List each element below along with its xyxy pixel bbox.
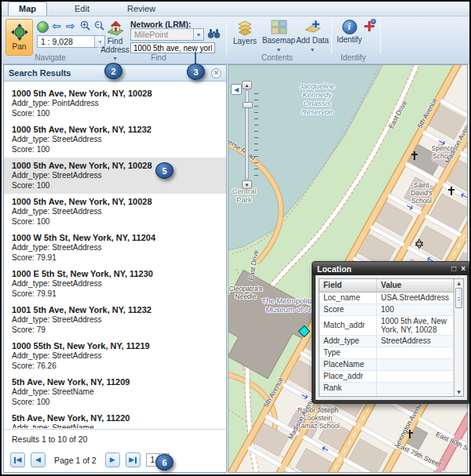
result-item[interactable]: 1000 5th Ave, New York, NY, 10028 Addr_t… — [4, 85, 226, 122]
find-group-label: Find — [126, 53, 192, 62]
find-address-dropdown-arrow[interactable]: ▾ — [113, 55, 116, 62]
identify-button[interactable]: i Identify — [334, 20, 364, 45]
result-score: Score: 100 — [12, 398, 218, 408]
table-row: Rank — [319, 382, 454, 394]
tab-edit[interactable]: Edit — [64, 2, 100, 16]
last-page-button[interactable]: ▶ — [126, 452, 141, 467]
add-data-button[interactable]: Add Data ▾ — [295, 20, 330, 53]
ribbon: Pan ⇦ ⇨ 1 : 9,028 ▾ Navigate — [2, 16, 469, 64]
result-item[interactable]: 1000 W 5th St, New York, NY, 11204 Addr_… — [4, 230, 226, 266]
result-addr-type: Addr_type: StreetAddress — [12, 279, 218, 289]
zoom-slider-thumb[interactable] — [243, 102, 253, 108]
app-window: Map Edit Review Pan ⇦ ⇨ — [0, 0, 471, 476]
result-item[interactable]: 1000 5th Ave, New York, NY, 11232 Addr_t… — [4, 122, 226, 158]
result-item[interactable]: 1001 5th Ave, New York, NY, 11232 Addr_t… — [4, 302, 226, 338]
result-address: 1000 5th Ave, New York, NY, 10028 — [12, 89, 218, 98]
result-item[interactable]: 5th Ave, New York, NY, 11209 Addr_type: … — [4, 374, 226, 410]
zoom-slider-up-button[interactable]: ▲ — [242, 81, 252, 89]
zoom-slider-track[interactable] — [245, 90, 249, 180]
identify-route-icon[interactable] — [364, 21, 374, 31]
find-address-label: Find Address — [100, 38, 130, 54]
basemap-label: Basemap — [262, 37, 295, 45]
identify-icon: i — [342, 20, 357, 35]
network-dropdown-arrow: ▾ — [193, 29, 203, 40]
location-popup-titlebar[interactable]: Location □ × — [312, 262, 470, 275]
collapse-panel-button[interactable]: ◀ — [231, 84, 242, 95]
info-dot-icon — [371, 19, 376, 24]
previous-extent-button[interactable]: ⇦ — [52, 20, 61, 31]
result-score: Score: 79.91 — [12, 289, 218, 300]
pagination-bar: ◀ ◀ Page 1 of 2 ▶ ▶ 1 ▾ — [10, 452, 170, 467]
address-search-input[interactable] — [130, 42, 215, 53]
result-item[interactable]: 1000 E 5th St, New York, NY, 11230 Addr_… — [4, 266, 226, 302]
table-row: Place_addr — [319, 370, 454, 382]
pan-globe-icon — [11, 24, 28, 41]
find-address-house-icon — [106, 19, 125, 36]
add-data-label: Add Data — [296, 37, 329, 45]
popup-scrollbar[interactable]: ▲ ▼ — [454, 279, 463, 396]
next-extent-button[interactable]: ⇨ — [66, 20, 75, 31]
layers-button[interactable]: Layers — [230, 20, 260, 46]
result-addr-type: Addr_type: PointAddress — [12, 99, 218, 109]
basemap-button[interactable]: Basemap ▾ — [261, 20, 296, 53]
tab-map[interactable]: Map — [8, 2, 47, 16]
result-score: Score: 100 — [12, 217, 218, 227]
result-address: 1000 5th Ave, New York, NY, 11232 — [12, 125, 218, 134]
add-data-dropdown-arrow[interactable]: ▾ — [311, 46, 314, 53]
tab-review[interactable]: Review — [117, 2, 166, 16]
zoom-in-icon — [80, 20, 91, 31]
close-panel-icon[interactable]: ✕ — [211, 68, 221, 78]
result-addr-type: Addr_type: StreetAddress — [12, 351, 218, 362]
next-page-button[interactable]: ▶ — [105, 452, 120, 467]
table-row: Addr_typeStreetAddress — [319, 335, 454, 347]
zoom-slider-down-button[interactable]: ▼ — [242, 180, 252, 189]
pager-divider — [4, 429, 226, 430]
close-icon[interactable]: × — [461, 265, 466, 273]
result-addr-type: Addr_type: StreetAddress — [12, 243, 218, 253]
previous-page-button[interactable]: ◀ — [31, 452, 46, 467]
table-row: Loc_nameUSA.StreetAddress — [319, 292, 454, 303]
ribbon-tab-bar: Map Edit Review — [2, 2, 469, 16]
results-list: 1000 5th Ave, New York, NY, 10028 Addr_t… — [4, 82, 226, 428]
result-addr-type: Addr_type: StreetAddress — [12, 315, 218, 325]
page-label: Page 1 of 2 — [54, 456, 97, 465]
value-column-header: Value — [377, 279, 454, 292]
full-extent-button[interactable] — [37, 21, 49, 33]
scroll-up-icon[interactable]: ▲ — [455, 279, 463, 287]
result-score: Score: 100 — [12, 181, 218, 191]
globe-icon — [37, 21, 49, 33]
result-address: 1000 E 5th St, New York, NY, 11230 — [12, 269, 218, 278]
layers-icon — [236, 20, 254, 36]
find-address-button[interactable]: Find Address ▾ — [101, 19, 129, 62]
callout-badge-3: 3 — [187, 64, 205, 80]
result-address: 1000 55th St, New York, NY, 11219 — [12, 341, 218, 351]
result-score: Score: 79.91 — [12, 253, 218, 263]
group-separator — [99, 20, 100, 54]
network-value: MilePoint — [131, 29, 193, 40]
callout-badge-5: 5 — [155, 162, 173, 179]
scroll-down-icon[interactable]: ▼ — [455, 388, 463, 396]
result-score: Score: 100 — [12, 145, 218, 155]
navigate-group-label: Navigate — [17, 53, 83, 62]
pan-button[interactable]: Pan — [5, 19, 33, 56]
identify-group-label: Identify — [320, 53, 386, 62]
location-popup-title: Location — [317, 264, 447, 274]
group-separator — [380, 20, 381, 54]
basemap-icon — [271, 20, 287, 35]
results-summary: Results 1 to 10 of 20 — [12, 434, 87, 444]
search-results-panel: Search Results ✕ 1000 5th Ave, New York,… — [3, 64, 227, 473]
result-item-selected[interactable]: 1000 5th Ave, New York, NY, 10028 Addr_t… — [4, 158, 226, 194]
add-data-icon — [304, 20, 322, 35]
result-addr-type: Addr_type: StreetAddress — [12, 207, 218, 217]
scrollbar-thumb[interactable] — [455, 288, 462, 308]
result-item[interactable]: 1000 5th Ave, New York, NY, 10028 Addr_t… — [4, 194, 226, 230]
zoom-in-button[interactable] — [80, 20, 91, 31]
find-button[interactable] — [207, 28, 221, 39]
first-page-button[interactable]: ◀ — [10, 452, 25, 467]
forward-arrow-icon: ⇨ — [66, 20, 75, 31]
result-item[interactable]: 5th Ave, New York, NY, 11220 Addr_type: … — [4, 410, 226, 428]
result-item[interactable]: 1000 55th St, New York, NY, 11219 Addr_t… — [4, 338, 226, 374]
scale-combobox[interactable]: 1 : 9,028 ▾ — [37, 35, 105, 48]
basemap-dropdown-arrow[interactable]: ▾ — [277, 46, 280, 53]
maximize-icon[interactable]: □ — [451, 265, 456, 273]
